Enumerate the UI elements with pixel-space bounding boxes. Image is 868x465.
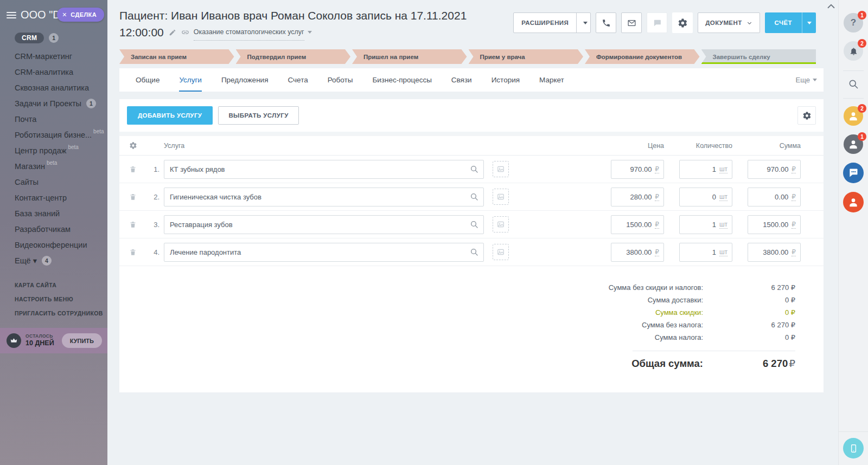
- tab[interactable]: Бизнес-процессы: [372, 68, 431, 92]
- delete-row-trash-icon[interactable]: [129, 248, 137, 256]
- search-icon[interactable]: [470, 248, 478, 256]
- deal-stage[interactable]: Формирование документов: [585, 49, 700, 64]
- menu-icon[interactable]: [7, 10, 16, 20]
- invoice-button[interactable]: СЧЁТ: [765, 12, 816, 33]
- chat-contact-1[interactable]: 2: [844, 106, 863, 126]
- edit-pencil-icon[interactable]: [169, 29, 176, 36]
- help-button[interactable]: ? 1: [844, 13, 863, 33]
- tab[interactable]: Предложения: [221, 68, 269, 92]
- sidebar-item[interactable]: Сайты: [0, 174, 107, 190]
- unit-selector[interactable]: шт: [719, 221, 727, 229]
- scrollbar-strip[interactable]: [825, 0, 838, 465]
- settings-gear-button[interactable]: [672, 12, 693, 33]
- quantity-field[interactable]: 0шт: [679, 188, 732, 206]
- currency-selector[interactable]: ₽: [655, 248, 659, 256]
- chat-button[interactable]: [647, 12, 667, 33]
- delete-row-trash-icon[interactable]: [129, 165, 137, 173]
- notifications-button[interactable]: 2: [844, 41, 863, 61]
- link-icon[interactable]: [181, 28, 189, 36]
- currency-selector[interactable]: ₽: [792, 193, 796, 201]
- deal-stage[interactable]: Завершить сделку: [701, 49, 816, 64]
- search-button[interactable]: [848, 79, 859, 89]
- delete-row-trash-icon[interactable]: [129, 193, 137, 201]
- sidebar-item[interactable]: Контакт-центр: [0, 190, 107, 205]
- sidebar-footer-link[interactable]: КАРТА САЙТА: [0, 278, 107, 292]
- table-settings-gear-button[interactable]: [797, 106, 816, 125]
- image-placeholder[interactable]: [493, 189, 509, 205]
- deal-chip[interactable]: × СДЕЛКА: [57, 8, 104, 22]
- tab[interactable]: Счета: [288, 68, 308, 92]
- close-icon[interactable]: ×: [62, 10, 67, 19]
- sidebar-item[interactable]: Ещё ▾ 4: [0, 253, 107, 268]
- tab[interactable]: Маркет: [539, 68, 564, 92]
- deal-stage[interactable]: Пришел на прием: [352, 49, 467, 64]
- deal-stage[interactable]: Прием у врача: [469, 49, 584, 64]
- quantity-field[interactable]: 1шт: [679, 160, 732, 179]
- sidebar-footer-link[interactable]: НАСТРОИТЬ МЕНЮ: [0, 292, 107, 306]
- search-icon[interactable]: [470, 192, 478, 201]
- tab[interactable]: Услуги: [179, 68, 202, 92]
- currency-selector[interactable]: ₽: [655, 165, 659, 173]
- price-field[interactable]: 280.00₽: [611, 188, 664, 206]
- mobile-app-button[interactable]: [843, 438, 864, 458]
- service-name-input[interactable]: [164, 243, 484, 262]
- sidebar-item[interactable]: CRM 1: [0, 30, 107, 46]
- sidebar-item[interactable]: Магазин beta: [0, 158, 107, 174]
- service-name-input[interactable]: [164, 215, 484, 234]
- column-settings-gear-icon[interactable]: [129, 141, 137, 150]
- sidebar-footer-link[interactable]: ПРИГЛАСИТЬ СОТРУДНИКОВ: [0, 306, 107, 320]
- extensions-dropdown[interactable]: [576, 13, 590, 33]
- sidebar-item[interactable]: Разработчикам: [0, 221, 107, 237]
- scroll-up-chevron-icon[interactable]: [826, 3, 836, 9]
- select-service-button[interactable]: ВЫБРАТЬ УСЛУГУ: [218, 106, 298, 125]
- add-service-button[interactable]: ДОБАВИТЬ УСЛУГУ: [127, 106, 213, 125]
- sidebar-item[interactable]: CRM-маркетинг: [0, 48, 107, 64]
- sidebar-item[interactable]: Центр продаж beta: [0, 143, 107, 158]
- quantity-field[interactable]: 1шт: [679, 243, 732, 262]
- quantity-field[interactable]: 1шт: [679, 215, 732, 234]
- sum-field[interactable]: 3800.00₽: [748, 243, 801, 262]
- price-field[interactable]: 3800.00₽: [611, 243, 664, 262]
- unit-selector[interactable]: шт: [719, 165, 727, 173]
- search-icon[interactable]: [470, 220, 478, 229]
- unit-selector[interactable]: шт: [719, 248, 727, 256]
- sidebar-item[interactable]: Почта: [0, 111, 107, 127]
- invoice-dropdown[interactable]: [802, 12, 816, 33]
- sidebar-item[interactable]: Задачи и Проекты 1: [0, 95, 107, 111]
- tab[interactable]: История: [492, 68, 520, 92]
- sidebar-item[interactable]: Сквозная аналитика: [0, 80, 107, 95]
- currency-selector[interactable]: ₽: [792, 165, 796, 173]
- group-chat-button[interactable]: [843, 163, 864, 183]
- mail-button[interactable]: [621, 12, 642, 33]
- price-field[interactable]: 1500.00₽: [611, 215, 664, 234]
- chevron-down-icon[interactable]: [308, 31, 312, 34]
- tab-more[interactable]: Еще: [796, 76, 817, 84]
- image-placeholder[interactable]: [493, 244, 509, 260]
- tab[interactable]: Роботы: [328, 68, 353, 92]
- sidebar-item[interactable]: CRM-аналитика: [0, 64, 107, 80]
- tab[interactable]: Связи: [451, 68, 472, 92]
- tab[interactable]: Общие: [136, 68, 159, 92]
- service-name-input[interactable]: [164, 160, 484, 179]
- sidebar-item[interactable]: Роботизация бизне... beta: [0, 127, 107, 143]
- buy-button[interactable]: КУПИТЬ: [62, 333, 102, 348]
- document-button[interactable]: ДОКУМЕНТ: [698, 12, 760, 33]
- sum-field[interactable]: 970.00₽: [748, 160, 801, 179]
- delete-row-trash-icon[interactable]: [129, 221, 137, 229]
- service-name-input[interactable]: [164, 188, 484, 206]
- extensions-button[interactable]: РАСШИРЕНИЯ: [513, 12, 591, 33]
- currency-selector[interactable]: ₽: [655, 193, 659, 201]
- sidebar-item[interactable]: База знаний: [0, 205, 107, 221]
- unit-selector[interactable]: шт: [719, 193, 727, 201]
- currency-selector[interactable]: ₽: [655, 221, 659, 229]
- sum-field[interactable]: 0.00₽: [748, 188, 801, 206]
- search-icon[interactable]: [470, 165, 478, 173]
- deal-stage[interactable]: Записан на прием: [119, 49, 234, 64]
- chat-contact-2[interactable]: 1: [844, 134, 863, 154]
- sum-field[interactable]: 1500.00₽: [748, 215, 801, 234]
- image-placeholder[interactable]: [493, 161, 509, 177]
- currency-selector[interactable]: ₽: [792, 221, 796, 229]
- currency-selector[interactable]: ₽: [792, 248, 796, 256]
- support-contact-button[interactable]: [843, 192, 864, 212]
- image-placeholder[interactable]: [493, 216, 509, 232]
